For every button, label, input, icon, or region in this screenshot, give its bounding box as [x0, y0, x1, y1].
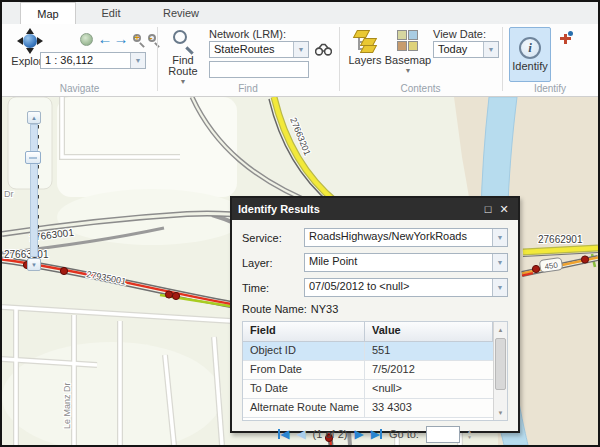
first-page-button[interactable]: ◀: [278, 428, 289, 440]
network-lrm-label: Network (LRM):: [209, 28, 286, 40]
last-page-button[interactable]: ▶: [371, 428, 382, 440]
group-label-find: Find: [157, 83, 339, 94]
table-row[interactable]: Object ID 551: [243, 342, 493, 361]
maximize-icon[interactable]: □: [480, 202, 496, 216]
chevron-down-icon[interactable]: ▼: [492, 254, 507, 271]
svg-text:450: 450: [544, 261, 559, 272]
dialog-title: Identify Results: [238, 203, 480, 215]
route-label-east: 27662901: [538, 234, 583, 245]
service-label: Service:: [242, 232, 304, 244]
route-name-label: Route Name:: [242, 303, 307, 315]
street-label-dr: Dr: [4, 189, 14, 199]
info-dot-icon: [568, 31, 573, 36]
previous-page-button[interactable]: ◀: [296, 428, 305, 440]
previous-extent-button[interactable]: ←: [97, 31, 113, 47]
back-arrow-icon: ←: [98, 32, 113, 46]
ribbon-tabs: Map Edit Review: [2, 2, 598, 24]
network-combobox[interactable]: StateRoutes ▼: [209, 41, 309, 58]
next-page-button[interactable]: ▶: [354, 428, 363, 440]
table-row[interactable]: From Date 7/5/2012: [243, 361, 493, 380]
basemap-button[interactable]: Basemap ▼: [387, 29, 429, 74]
layer-combobox[interactable]: Mile Point ▼: [304, 253, 508, 272]
table-scrollbar[interactable]: ▲ ▼: [493, 322, 507, 420]
identify-route-location-button[interactable]: [559, 31, 573, 45]
slider-zoom-in-button[interactable]: ▲: [27, 111, 41, 124]
slider-zoom-out-button[interactable]: ▼: [27, 258, 41, 271]
next-extent-button[interactable]: →: [113, 31, 129, 47]
zoom-out-button[interactable]: -: [145, 31, 161, 47]
identify-icon: i: [519, 37, 541, 59]
find-route-button[interactable]: FindRoute ▼: [163, 29, 203, 85]
dialog-titlebar[interactable]: Identify Results □ ✕: [232, 198, 518, 220]
zoom-in-icon: +: [133, 34, 144, 45]
goto-label: Go to:: [389, 428, 419, 440]
chevron-down-icon[interactable]: ▼: [293, 42, 308, 57]
scrollbar-thumb[interactable]: [495, 338, 506, 390]
ribbon: Map Edit Review Explore ← → + - 1 : 36,1…: [2, 2, 598, 97]
app-window: Map Edit Review Explore ← → + - 1 : 36,1…: [0, 0, 600, 447]
page-indicator: (1 of 2): [313, 428, 348, 440]
forward-arrow-icon: →: [114, 32, 129, 46]
table-row[interactable]: To Date <null>: [243, 380, 493, 399]
street-label-lemanz: Le Manz Dr: [62, 382, 72, 429]
chevron-down-icon[interactable]: ▼: [130, 53, 145, 68]
time-combobox[interactable]: 07/05/2012 to <null> ▼: [304, 278, 508, 297]
identify-results-dialog: Identify Results □ ✕ Service: RoadsHighw…: [230, 196, 520, 433]
zoom-in-button[interactable]: +: [130, 31, 146, 47]
route-name-value: NY33: [311, 303, 339, 315]
scale-combobox[interactable]: 1 : 36,112 ▼: [40, 52, 146, 69]
chevron-down-icon[interactable]: ▼: [483, 42, 498, 57]
layers-button[interactable]: Layers: [347, 29, 383, 66]
scroll-up-icon[interactable]: ▲: [494, 323, 507, 336]
layer-label: Layer:: [242, 257, 304, 269]
goto-spinner[interactable]: ▲▼: [467, 428, 472, 440]
group-label-identify: Identify: [502, 83, 598, 94]
pagination: ◀ ◀ (1 of 2) ▶ ▶ Go to: ▲▼: [242, 421, 508, 445]
attributes-table: Field Value Object ID 551 From Date 7/5/…: [242, 321, 508, 421]
scroll-down-icon[interactable]: ▼: [494, 406, 507, 419]
close-icon[interactable]: ✕: [496, 202, 512, 216]
route-input[interactable]: [209, 61, 309, 78]
group-label-navigate: Navigate: [2, 83, 157, 94]
chevron-down-icon[interactable]: ▼: [492, 279, 507, 296]
view-date-label: View Date:: [433, 28, 486, 40]
time-label: Time:: [242, 282, 304, 294]
tab-map[interactable]: Map: [20, 2, 76, 24]
chevron-down-icon: ▼: [405, 68, 412, 74]
view-date-combobox[interactable]: Today ▼: [433, 41, 499, 58]
goto-input[interactable]: [426, 426, 460, 443]
full-extent-button[interactable]: [78, 31, 94, 47]
basemap-icon: [396, 29, 420, 53]
service-combobox[interactable]: RoadsHighways/NewYorkRoads ▼: [304, 228, 508, 247]
identify-button[interactable]: i Identify: [509, 27, 551, 82]
slider-track[interactable]: [30, 124, 38, 257]
globe-icon: [80, 33, 93, 46]
route-shield: 450: [539, 258, 562, 273]
tab-edit[interactable]: Edit: [76, 2, 146, 24]
binoculars-icon[interactable]: [315, 43, 332, 56]
table-header-row: Field Value: [243, 322, 493, 342]
map-viewport[interactable]: 450 27663001 27663101 27935001 27662901 …: [2, 97, 598, 445]
table-row[interactable]: Alternate Route Name 33 4303: [243, 399, 493, 418]
tab-review[interactable]: Review: [146, 2, 216, 24]
map-zoom-slider: ▲ ▼: [24, 111, 44, 273]
group-label-contents: Contents: [339, 83, 502, 94]
slider-handle[interactable]: [25, 151, 41, 164]
find-route-icon: [171, 29, 195, 53]
explore-icon: [17, 28, 43, 54]
chevron-down-icon[interactable]: ▼: [492, 229, 507, 246]
layers-icon: [353, 29, 377, 53]
